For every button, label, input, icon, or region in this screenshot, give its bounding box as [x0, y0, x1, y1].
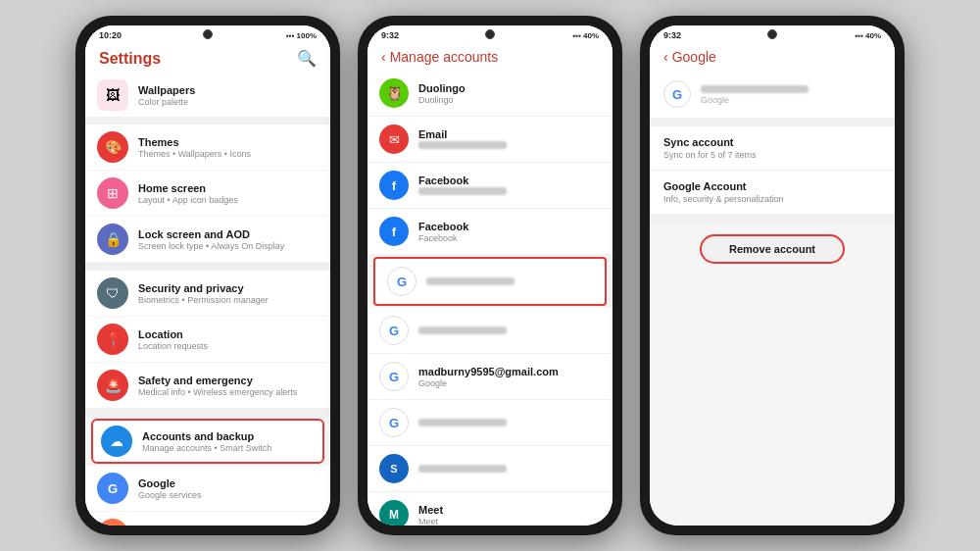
- screen3: 9:32 ▪▪▪ 40% ‹ Google G Google: [650, 25, 895, 526]
- sync-account-option[interactable]: Sync account Sync on for 5 of 7 items: [650, 126, 895, 171]
- settings-title: Settings: [99, 50, 161, 68]
- facebook1-sub: [418, 187, 601, 197]
- location-item[interactable]: 📍 Location Location requests: [85, 317, 330, 362]
- google2-name: [418, 325, 601, 336]
- lock-title: Lock screen and AOD: [138, 228, 318, 240]
- wallpaper-sub: Color palette: [138, 97, 318, 107]
- accounts-title: Accounts and backup: [142, 430, 315, 442]
- camera-bump-3: [767, 29, 777, 39]
- google4-name: [418, 417, 601, 428]
- accounts-sub: Manage accounts • Smart Switch: [142, 443, 315, 453]
- themes-icon: 🎨: [97, 131, 128, 163]
- home-title: Home screen: [138, 182, 318, 194]
- safety-item[interactable]: 🚨 Safety and emergency Medical info • Wi…: [85, 363, 330, 408]
- google-text: Google Google services: [138, 477, 318, 500]
- signal-icon-2: ▪▪▪: [572, 31, 581, 40]
- blurred-email: [418, 141, 507, 149]
- duolingo-sub: Duolingo: [418, 95, 601, 105]
- home-sub: Layout • App icon badges: [138, 195, 318, 205]
- account-meet[interactable]: M Meet Meet: [368, 492, 612, 526]
- manage-accounts-title: Manage accounts: [390, 49, 499, 65]
- signal-icon-3: ▪▪▪: [855, 31, 863, 40]
- google4-icon: G: [379, 408, 409, 437]
- home-item[interactable]: ⊞ Home screen Layout • App icon badges: [85, 171, 330, 216]
- signal-icon: ▪▪▪: [286, 31, 295, 40]
- settings-list: 🖼 Wallpapers Color palette 🎨 Themes Them…: [85, 74, 330, 526]
- back-arrow-2: ‹: [381, 49, 386, 65]
- settings-header: Settings 🔍: [85, 43, 330, 74]
- google-account-title: Google Account: [663, 180, 881, 192]
- safety-sub: Medical info • Wireless emergency alerts: [138, 387, 318, 397]
- location-title: Location: [138, 328, 318, 340]
- screen1: 10:20 ▪▪▪ 100% Settings 🔍 🖼 Wallpapers C…: [85, 25, 330, 526]
- remove-account-button[interactable]: Remove account: [700, 234, 845, 264]
- google3-icon: G: [379, 362, 409, 391]
- account-google3[interactable]: G madburny9595@gmail.com Google: [368, 354, 612, 400]
- back-arrow-3: ‹: [663, 49, 668, 65]
- google-title: Google: [138, 477, 318, 489]
- camera-bump: [203, 29, 213, 39]
- account-duolingo[interactable]: 🦉 Duolingo Duolingo: [368, 71, 612, 117]
- blurred-fb1: [418, 187, 507, 195]
- wallpaper-item[interactable]: 🖼 Wallpapers Color palette: [85, 74, 330, 117]
- blurred-detail-email: [701, 85, 808, 93]
- sync-title: Sync account: [663, 136, 881, 148]
- advanced-title: Advanced features: [138, 524, 318, 526]
- google-item[interactable]: G Google Google services: [85, 466, 330, 511]
- camera-bump-2: [485, 29, 495, 39]
- blurred-g2: [418, 326, 507, 334]
- advanced-text: Advanced features Labs • S Pen • Side bu…: [138, 524, 318, 526]
- account-google2[interactable]: G: [368, 308, 612, 354]
- duolingo-text: Duolingo Duolingo: [418, 82, 601, 105]
- google1-icon: G: [387, 267, 416, 296]
- time-3: 9:32: [663, 30, 681, 40]
- blurred-g1: [426, 277, 514, 285]
- status-icons-2: ▪▪▪ 40%: [572, 31, 599, 40]
- wallpaper-text: Wallpapers Color palette: [138, 84, 318, 107]
- home-text: Home screen Layout • App icon badges: [138, 182, 318, 205]
- account-google1[interactable]: G: [373, 257, 607, 306]
- security-title: Security and privacy: [138, 282, 318, 294]
- account-email[interactable]: ✉ Email: [368, 117, 612, 163]
- samsung-name: [418, 463, 601, 475]
- samsung-icon: S: [379, 454, 409, 483]
- account-facebook1[interactable]: f Facebook: [368, 163, 612, 209]
- phone1: 10:20 ▪▪▪ 100% Settings 🔍 🖼 Wallpapers C…: [75, 16, 340, 535]
- blurred-s: [418, 465, 507, 473]
- themes-item[interactable]: 🎨 Themes Themes • Wallpapers • Icons: [85, 125, 330, 170]
- google1-text: [426, 276, 593, 287]
- back-button-3[interactable]: ‹ Google: [663, 49, 716, 65]
- location-text: Location Location requests: [138, 328, 318, 351]
- lock-text: Lock screen and AOD Screen lock type • A…: [138, 228, 318, 251]
- facebook2-icon: f: [379, 217, 409, 246]
- facebook1-icon: f: [379, 171, 409, 200]
- battery-1: 100%: [297, 31, 317, 40]
- account-google4[interactable]: G: [368, 400, 612, 446]
- facebook1-name: Facebook: [418, 175, 601, 186]
- lock-item[interactable]: 🔒 Lock screen and AOD Screen lock type •…: [85, 217, 330, 262]
- screen2: 9:32 ▪▪▪ 40% ‹ Manage accounts 🦉 Duoling…: [368, 25, 612, 526]
- duolingo-name: Duolingo: [418, 82, 601, 94]
- accounts-text: Accounts and backup Manage accounts • Sm…: [142, 430, 315, 453]
- status-icons-3: ▪▪▪ 40%: [855, 31, 881, 40]
- back-button-2[interactable]: ‹ Manage accounts: [381, 49, 498, 65]
- wallpaper-title: Wallpapers: [138, 84, 318, 96]
- account-samsung[interactable]: S: [368, 446, 612, 492]
- search-icon[interactable]: 🔍: [297, 49, 317, 68]
- account-facebook2[interactable]: f Facebook Facebook: [368, 209, 612, 255]
- google3-name: madburny9595@gmail.com: [418, 366, 601, 377]
- google-account-option[interactable]: Google Account Info, security & personal…: [650, 171, 895, 215]
- wallpaper-icon: 🖼: [97, 79, 128, 111]
- google4-text: [418, 417, 601, 428]
- google-settings-icon: G: [97, 473, 128, 504]
- divider-g2: [650, 215, 895, 223]
- phone3: 9:32 ▪▪▪ 40% ‹ Google G Google: [640, 16, 905, 535]
- accounts-icon: ☁: [101, 426, 132, 457]
- advanced-item[interactable]: ⚙ Advanced features Labs • S Pen • Side …: [85, 512, 330, 526]
- facebook2-name: Facebook: [418, 221, 601, 232]
- security-item[interactable]: 🛡 Security and privacy Biometrics • Perm…: [85, 271, 330, 316]
- home-icon: ⊞: [97, 177, 128, 209]
- meet-name: Meet: [418, 504, 601, 516]
- accounts-item[interactable]: ☁ Accounts and backup Manage accounts • …: [91, 419, 324, 464]
- remove-btn-container: Remove account: [650, 223, 895, 276]
